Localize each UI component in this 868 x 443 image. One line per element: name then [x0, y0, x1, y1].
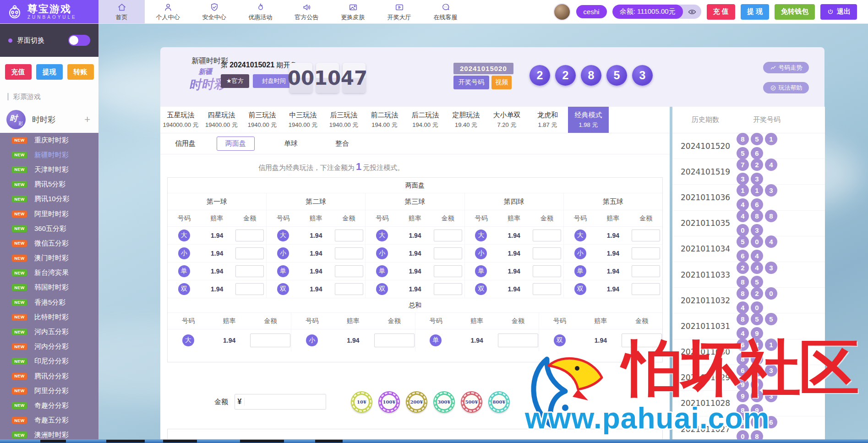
play-tab[interactable]: 后三玩法1940.00 元	[323, 107, 364, 133]
sidebar-game-item[interactable]: NEW360五分彩	[0, 221, 98, 236]
bet-option-badge[interactable]: 大	[574, 230, 586, 241]
sidebar-game-item[interactable]: NEW奇趣五分彩	[0, 413, 98, 428]
play-tab[interactable]: 定胆玩法19.40 元	[446, 107, 486, 133]
username-badge[interactable]: ceshi	[576, 5, 607, 18]
sidebar-game-item[interactable]: NEW腾讯10分彩	[0, 192, 98, 207]
bet-amount-input[interactable]	[235, 247, 264, 259]
sidebar-game-item[interactable]: NEW香港5分彩	[0, 295, 98, 310]
sidebar-quick-action[interactable]: 提现	[36, 64, 63, 80]
bet-option-badge[interactable]: 单	[178, 265, 190, 277]
sidebar-game-item[interactable]: NEW新台湾宾果	[0, 266, 98, 280]
avatar[interactable]	[553, 3, 571, 21]
bet-option-badge[interactable]: 双	[574, 283, 586, 295]
play-tab[interactable]: 后二玩法194.00 元	[405, 107, 446, 133]
sidebar-game-item[interactable]: NEW重庆时时彩	[0, 133, 98, 148]
nav-item-service[interactable]: 在线客服	[422, 0, 469, 23]
nav-item-home[interactable]: 首页	[98, 0, 145, 23]
bet-option-badge[interactable]: 双	[475, 283, 487, 295]
bet-amount-input[interactable]	[434, 247, 462, 259]
topbar-action-button[interactable]: 充 值	[707, 4, 735, 20]
sidebar-game-item[interactable]: NEW河内五分彩	[0, 324, 98, 339]
bet-amount-input[interactable]	[533, 230, 561, 241]
play-tab[interactable]: 龙虎和1.87 元	[527, 107, 568, 133]
bet-amount-input[interactable]	[434, 283, 462, 295]
bet-amount-input[interactable]	[622, 334, 662, 347]
bet-option-badge[interactable]: 单	[475, 265, 487, 277]
bet-option-badge[interactable]: 小	[277, 247, 289, 259]
bet-amount-input[interactable]	[533, 247, 561, 259]
bet-amount-input[interactable]	[632, 283, 660, 295]
bet-option-badge[interactable]: 大	[277, 230, 289, 241]
bet-amount-input[interactable]	[434, 230, 462, 241]
bet-chip[interactable]: 10¥	[351, 391, 372, 413]
sidebar-game-item[interactable]: NEW天津时时彩	[0, 162, 98, 177]
bet-chip[interactable]: 300¥	[433, 391, 455, 413]
bet-amount-input[interactable]	[434, 265, 462, 277]
bet-option-badge[interactable]: 单	[430, 334, 442, 346]
bet-option-badge[interactable]: 大	[376, 230, 388, 241]
result-number-button[interactable]: 开奖号码	[453, 76, 489, 89]
nav-item-user[interactable]: 个人中心	[145, 0, 191, 23]
bet-option-badge[interactable]: 大	[475, 230, 487, 241]
topbar-action-button[interactable]: 免转钱包	[775, 4, 815, 20]
sidebar-game-item[interactable]: NEW微信五分彩	[0, 236, 98, 251]
ui-switch-toggle[interactable]	[68, 35, 90, 46]
bet-option-badge[interactable]: 单	[376, 265, 388, 277]
nav-item-flame[interactable]: 优惠活动	[237, 0, 284, 23]
toggle-balance-visibility[interactable]	[683, 7, 701, 16]
play-tab[interactable]: 前二玩法194.00 元	[364, 107, 405, 133]
mode-option[interactable]: 整合	[327, 137, 357, 150]
nav-item-skin[interactable]: 更换皮肤	[330, 0, 376, 23]
bet-amount-input[interactable]	[498, 334, 538, 347]
sidebar-game-item[interactable]: NEW比特时时彩	[0, 310, 98, 324]
play-tab[interactable]: 大小单双7.20 元	[486, 107, 527, 133]
sidebar-game-item[interactable]: NEW腾讯5分彩	[0, 177, 98, 192]
expand-icon[interactable]: +	[84, 114, 90, 126]
bet-amount-input[interactable]	[632, 230, 660, 241]
bet-option-badge[interactable]: 双	[277, 283, 289, 295]
mode-option[interactable]: 单球	[276, 137, 306, 150]
video-button[interactable]: 视频	[491, 76, 512, 89]
bet-amount-input[interactable]	[335, 247, 363, 259]
bet-option-badge[interactable]: 小	[574, 247, 586, 259]
nav-item-speaker[interactable]: 官方公告	[284, 0, 330, 23]
mode-option[interactable]: 两面盘	[217, 137, 255, 151]
bet-option-badge[interactable]: 大	[178, 230, 190, 241]
bet-chip[interactable]: 100¥	[378, 391, 400, 413]
sidebar-quick-action[interactable]: 转账	[67, 64, 94, 80]
number-trend-button[interactable]: 号码走势	[763, 62, 809, 73]
sidebar-game-item[interactable]: NEW阿里时时彩	[0, 207, 98, 221]
topbar-action-button[interactable]: 退出	[820, 4, 857, 20]
bet-option-badge[interactable]: 单	[277, 265, 289, 277]
sidebar-game-item[interactable]: NEW澳门时时彩	[0, 251, 98, 266]
os-taskbar[interactable]	[0, 439, 868, 443]
sidebar-quick-action[interactable]: 充值	[5, 64, 32, 80]
bet-amount-input[interactable]	[374, 334, 415, 347]
bet-option-badge[interactable]: 小	[306, 334, 318, 346]
bet-chip[interactable]: 800¥	[488, 391, 510, 413]
bet-amount-input[interactable]	[632, 265, 660, 277]
bet-option-badge[interactable]: 双	[554, 334, 566, 346]
official-button[interactable]: ★官方	[221, 74, 249, 88]
play-tab[interactable]: 前三玩法1940.00 元	[242, 107, 283, 133]
play-tab[interactable]: 中三玩法1940.00 元	[283, 107, 323, 133]
bet-option-badge[interactable]: 大	[182, 334, 194, 346]
play-tab[interactable]: 四星玩法19400.00 元	[201, 107, 242, 133]
play-tab[interactable]: 经典模式1.98 元	[568, 107, 609, 133]
bet-amount-input[interactable]	[632, 247, 660, 259]
play-help-button[interactable]: 玩法帮助	[763, 82, 809, 93]
bet-amount-input[interactable]	[335, 265, 363, 277]
brand-logo[interactable]: 尊宝游戏 ZUNBAOYULE	[0, 0, 98, 23]
bet-amount-input[interactable]	[335, 230, 363, 241]
bet-option-badge[interactable]: 小	[178, 247, 190, 259]
bet-amount-input[interactable]	[235, 230, 264, 241]
bet-amount-input[interactable]	[235, 265, 264, 277]
sidebar-game-item[interactable]: NEW新疆时时彩	[0, 148, 98, 162]
nav-item-shield[interactable]: 安全中心	[191, 0, 237, 23]
bet-amount-input[interactable]	[533, 265, 561, 277]
bet-chip[interactable]: 200¥	[406, 391, 427, 413]
bet-option-badge[interactable]: 小	[475, 247, 487, 259]
sidebar-game-item[interactable]: NEW韩国时时彩	[0, 280, 98, 295]
sidebar-game-item[interactable]: NEW印尼分分彩	[0, 354, 98, 369]
bet-chip[interactable]: 500¥	[461, 391, 482, 413]
